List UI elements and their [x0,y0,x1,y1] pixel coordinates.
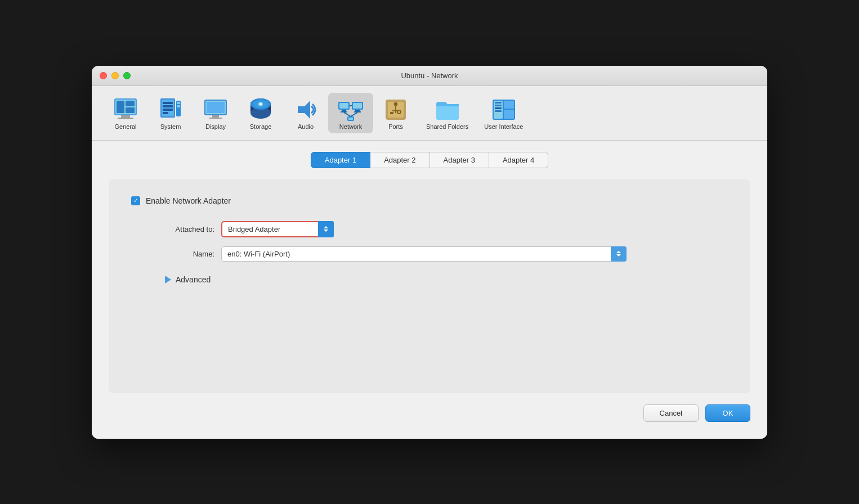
user-interface-icon [490,96,517,123]
toolbar-label-system: System [160,123,181,130]
toolbar-item-display[interactable]: Display [193,93,238,133]
titlebar: Ubuntu - Network [92,66,767,86]
name-chevron-down-icon [616,254,621,256]
toolbar-item-storage[interactable]: Storage [238,93,283,133]
tabs-row: Adapter 1 Adapter 2 Adapter 3 Adapter 4 [109,152,750,168]
attached-to-row: Attached to: Bridged Adapter [131,221,728,237]
svg-point-27 [260,103,262,105]
button-row: Cancel OK [109,404,750,422]
svg-rect-55 [495,107,502,109]
svg-rect-32 [341,111,347,112]
toolbar-label-storage: Storage [250,123,272,130]
tab-adapter-3[interactable]: Adapter 3 [430,152,489,168]
svg-rect-2 [121,115,130,118]
content-area: Adapter 1 Adapter 2 Adapter 3 Adapter 4 … [92,141,767,439]
svg-rect-4 [117,101,124,113]
network-icon [337,96,364,123]
toolbar-item-general[interactable]: General [103,93,148,133]
svg-rect-36 [354,111,361,112]
toolbar-item-system[interactable]: System [148,93,193,133]
shared-folders-icon [434,96,461,123]
cancel-button[interactable]: Cancel [643,404,699,422]
svg-line-41 [351,112,357,116]
name-row: Name: en0: Wi-Fi (AirPort) [131,246,728,262]
svg-rect-35 [355,110,360,111]
system-icon [157,96,184,123]
ok-button[interactable]: OK [705,404,750,422]
svg-rect-34 [353,103,362,109]
toolbar-item-audio[interactable]: Audio [283,93,328,133]
svg-rect-9 [163,102,173,104]
toolbar-label-audio: Audio [298,123,314,130]
toolbar-label-user-interface: User Interface [484,123,523,130]
svg-rect-54 [495,105,502,106]
svg-rect-11 [163,109,173,111]
audio-icon [292,96,319,123]
toolbar-item-user-interface[interactable]: User Interface [476,93,531,133]
svg-rect-5 [126,101,135,106]
traffic-lights [100,72,131,79]
svg-rect-53 [495,102,502,104]
svg-rect-15 [177,105,180,107]
general-icon [112,96,139,123]
toolbar-label-general: General [114,123,136,130]
tab-adapter-4[interactable]: Adapter 4 [489,152,548,168]
svg-rect-12 [163,112,168,114]
enable-adapter-row: ✓ Enable Network Adapter [131,196,728,205]
main-window: Ubuntu - Network General [92,66,767,439]
advanced-row: Advanced [165,275,728,284]
name-spinner[interactable] [611,246,627,262]
svg-rect-10 [163,105,173,107]
display-icon [202,96,229,123]
toolbar: General System [92,86,767,141]
attached-to-label: Attached to: [131,225,221,233]
close-button[interactable] [100,72,107,79]
tab-adapter-2[interactable]: Adapter 2 [370,152,430,168]
svg-point-44 [394,102,397,106]
window-title: Ubuntu - Network [401,71,458,80]
svg-rect-47 [390,112,393,114]
svg-rect-6 [126,107,135,113]
toolbar-label-shared-folders: Shared Folders [426,123,468,130]
toolbar-label-display: Display [205,123,226,130]
attached-to-select[interactable]: Bridged Adapter [221,221,334,237]
storage-icon [247,96,274,123]
svg-rect-14 [177,102,180,104]
name-wrapper: en0: Wi-Fi (AirPort) [221,246,627,262]
chevron-up-icon [324,226,328,228]
minimize-button[interactable] [111,72,119,79]
svg-rect-18 [207,102,225,113]
toolbar-label-ports: Ports [388,123,403,130]
advanced-toggle-icon[interactable] [165,276,171,284]
name-select[interactable]: en0: Wi-Fi (AirPort) [221,246,627,262]
toolbar-item-ports[interactable]: Ports [373,93,418,133]
name-label: Name: [131,250,221,258]
svg-rect-56 [495,110,502,112]
settings-panel: ✓ Enable Network Adapter Attached to: Br… [109,179,750,393]
toolbar-item-shared-folders[interactable]: Shared Folders [418,93,476,133]
svg-rect-19 [212,115,219,118]
svg-rect-20 [209,118,222,119]
attached-to-wrapper: Bridged Adapter [221,221,334,237]
chevron-down-icon [324,230,328,232]
svg-rect-31 [342,110,346,111]
enable-adapter-checkbox[interactable]: ✓ [131,196,140,205]
enable-adapter-label: Enable Network Adapter [146,196,231,205]
svg-line-40 [344,112,351,116]
svg-marker-28 [298,101,310,119]
svg-rect-39 [348,118,353,120]
attached-to-spinner[interactable] [318,221,334,237]
svg-rect-52 [504,110,514,119]
ports-icon [382,96,409,123]
tab-adapter-1[interactable]: Adapter 1 [311,152,370,168]
svg-rect-51 [504,101,514,109]
advanced-label: Advanced [176,275,211,284]
maximize-button[interactable] [123,72,131,79]
toolbar-label-network: Network [339,123,362,130]
svg-rect-30 [339,103,348,109]
toolbar-item-network[interactable]: Network [328,93,373,133]
name-chevron-up-icon [616,251,621,253]
svg-rect-3 [118,118,133,119]
checkmark-icon: ✓ [133,197,138,204]
